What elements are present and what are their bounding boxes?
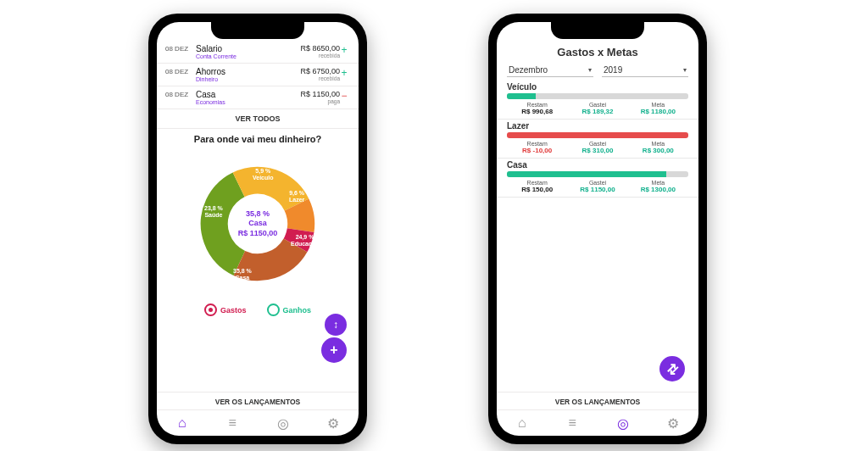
goal-name: Veículo xyxy=(507,82,688,92)
nav-list-icon[interactable]: ≡ xyxy=(565,415,580,431)
slice-label-educacao: 24,9 %Educação xyxy=(291,234,319,247)
goal-meta: R$ 300,00 xyxy=(628,147,688,154)
transaction-date: 08 DEZ xyxy=(165,90,196,98)
fab-swap-button[interactable]: ↕ xyxy=(325,314,347,336)
transaction-title: Salario xyxy=(196,44,300,53)
progress-bar xyxy=(507,93,688,99)
plus-icon: + xyxy=(340,44,348,56)
chevron-down-icon: ▾ xyxy=(683,66,687,74)
goal-gastei: R$ 310,00 xyxy=(567,147,627,154)
goal-name: Casa xyxy=(507,160,688,170)
legend-ganhos[interactable]: Ganhos xyxy=(267,303,312,316)
transaction-date: 08 DEZ xyxy=(165,44,196,53)
nav-target-icon[interactable]: ◎ xyxy=(275,415,291,431)
transaction-account: Dinheiro xyxy=(196,76,300,82)
nav-settings-icon[interactable]: ⚙ xyxy=(326,415,341,431)
transaction-date: 08 DEZ xyxy=(165,67,196,75)
notch xyxy=(551,22,644,39)
swap-icon: ↕ xyxy=(333,319,338,331)
slice-label-lazer: 9,6 %Lazer xyxy=(289,190,304,203)
transaction-row[interactable]: 08 DEZ Salario Conta Corrente R$ 8650,00… xyxy=(157,41,359,64)
see-transactions-button[interactable]: VER OS LANÇAMENTOS xyxy=(157,392,359,409)
see-all-button[interactable]: VER TODOS xyxy=(157,109,359,129)
nav-list-icon[interactable]: ≡ xyxy=(225,415,240,431)
fab-swap-button[interactable]: ⇅ xyxy=(659,356,685,381)
goal-row[interactable]: Casa Restam Gastei Meta R$ 150,00 R$ 115… xyxy=(497,159,698,198)
transaction-title: Casa xyxy=(196,90,300,99)
nav-home-icon[interactable]: ⌂ xyxy=(175,415,190,431)
month-dropdown[interactable]: Dezembro ▾ xyxy=(507,64,593,77)
radio-icon xyxy=(267,303,280,316)
swap-icon: ⇅ xyxy=(663,359,682,379)
slice-label-saude: 23,8 %Saúde xyxy=(204,205,223,218)
chart-title: Para onde vai meu dinheiro? xyxy=(157,134,359,144)
notch xyxy=(211,22,304,39)
transaction-status: recebida xyxy=(319,53,340,58)
plus-icon: + xyxy=(340,67,348,79)
transaction-amount: R$ 6750,00 xyxy=(300,67,340,75)
fab-add-button[interactable]: + xyxy=(321,337,347,363)
chart-card: Para onde vai meu dinheiro? xyxy=(157,129,359,392)
nav-home-icon[interactable]: ⌂ xyxy=(515,415,530,431)
plus-icon: + xyxy=(330,342,337,358)
phone-frame-right: Gastos x Metas Dezembro ▾ 2019 ▾ Veículo xyxy=(488,14,707,444)
goal-gastei: R$ 1150,00 xyxy=(567,186,627,193)
transaction-row[interactable]: 08 DEZ Ahorros Dinheiro R$ 6750,00 receb… xyxy=(157,64,359,86)
donut-center-label: 35,8 % Casa R$ 1150,00 xyxy=(238,209,278,238)
transaction-status: recebida xyxy=(319,75,340,81)
transaction-amount: R$ 1150,00 xyxy=(300,90,340,98)
nav-target-icon[interactable]: ◎ xyxy=(615,415,631,431)
slice-label-casa: 35,8 %Casa xyxy=(233,268,252,281)
bottom-nav: ⌂ ≡ ◎ ⚙ xyxy=(157,409,359,436)
goal-restam: R$ 150,00 xyxy=(507,186,567,193)
minus-icon: − xyxy=(340,90,348,102)
goal-row[interactable]: Veículo Restam Gastei Meta R$ 990,68 R$ … xyxy=(497,81,698,120)
goal-name: Lazer xyxy=(507,121,688,131)
transaction-account: Conta Corrente xyxy=(196,53,300,59)
legend-gastos[interactable]: Gastos xyxy=(204,303,247,316)
transaction-row[interactable]: 08 DEZ Casa Economias R$ 1150,00 paga − xyxy=(157,86,359,109)
year-dropdown[interactable]: 2019 ▾ xyxy=(602,64,688,77)
radio-icon xyxy=(204,303,217,316)
page-title: Gastos x Metas xyxy=(497,41,698,64)
see-transactions-button[interactable]: VER OS LANÇAMENTOS xyxy=(497,392,698,409)
transaction-amount: R$ 8650,00 xyxy=(300,44,340,53)
transaction-account: Economias xyxy=(196,99,300,105)
goal-row[interactable]: Lazer Restam Gastei Meta R$ -10,00 R$ 31… xyxy=(497,120,698,159)
phone-frame-left: 08 DEZ Salario Conta Corrente R$ 8650,00… xyxy=(148,14,367,444)
goal-gastei: R$ 189,32 xyxy=(567,108,627,115)
progress-bar xyxy=(507,132,688,138)
goal-meta: R$ 1180,00 xyxy=(628,108,688,115)
goal-restam: R$ 990,68 xyxy=(507,108,567,115)
chevron-down-icon: ▾ xyxy=(588,66,592,74)
nav-settings-icon[interactable]: ⚙ xyxy=(665,415,681,431)
slice-label-veiculo: 5,9 %Veículo xyxy=(253,168,274,181)
transaction-title: Ahorros xyxy=(196,67,300,76)
transaction-status: paga xyxy=(328,98,340,104)
progress-bar xyxy=(507,171,688,177)
goal-meta: R$ 1300,00 xyxy=(628,186,688,193)
transaction-list: 08 DEZ Salario Conta Corrente R$ 8650,00… xyxy=(157,41,359,109)
goal-restam: R$ -10,00 xyxy=(507,147,567,154)
bottom-nav: ⌂ ≡ ◎ ⚙ xyxy=(497,409,698,436)
